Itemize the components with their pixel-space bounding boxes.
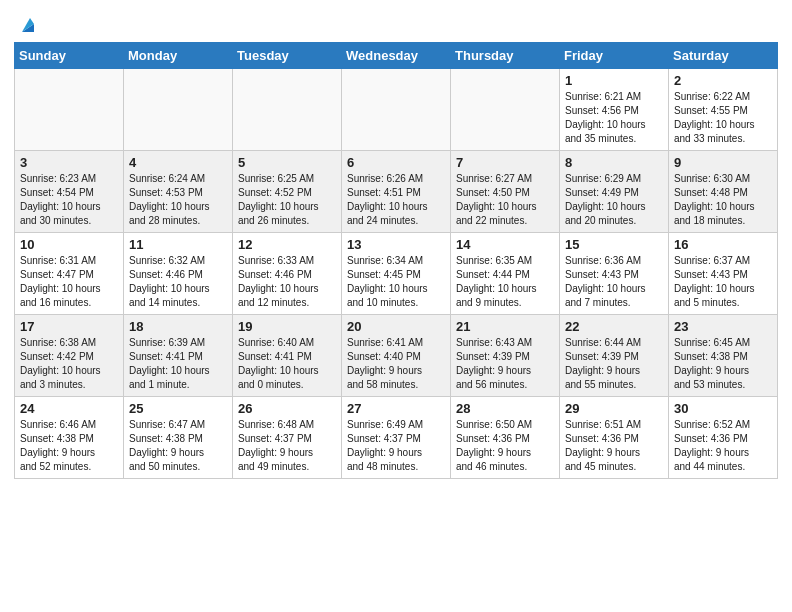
page: SundayMondayTuesdayWednesdayThursdayFrid… bbox=[0, 0, 792, 612]
calendar-dow-monday: Monday bbox=[124, 43, 233, 69]
calendar-cell: 4Sunrise: 6:24 AMSunset: 4:53 PMDaylight… bbox=[124, 151, 233, 233]
day-info: Sunrise: 6:50 AMSunset: 4:36 PMDaylight:… bbox=[456, 418, 554, 474]
day-number: 19 bbox=[238, 319, 336, 334]
day-number: 12 bbox=[238, 237, 336, 252]
calendar-dow-thursday: Thursday bbox=[451, 43, 560, 69]
calendar-cell: 22Sunrise: 6:44 AMSunset: 4:39 PMDayligh… bbox=[560, 315, 669, 397]
day-number: 10 bbox=[20, 237, 118, 252]
calendar-cell: 19Sunrise: 6:40 AMSunset: 4:41 PMDayligh… bbox=[233, 315, 342, 397]
calendar-header-row: SundayMondayTuesdayWednesdayThursdayFrid… bbox=[15, 43, 778, 69]
calendar-cell: 5Sunrise: 6:25 AMSunset: 4:52 PMDaylight… bbox=[233, 151, 342, 233]
logo bbox=[14, 14, 38, 36]
calendar-cell: 15Sunrise: 6:36 AMSunset: 4:43 PMDayligh… bbox=[560, 233, 669, 315]
day-info: Sunrise: 6:30 AMSunset: 4:48 PMDaylight:… bbox=[674, 172, 772, 228]
calendar-cell: 9Sunrise: 6:30 AMSunset: 4:48 PMDaylight… bbox=[669, 151, 778, 233]
calendar-cell bbox=[15, 69, 124, 151]
day-number: 27 bbox=[347, 401, 445, 416]
day-number: 7 bbox=[456, 155, 554, 170]
day-info: Sunrise: 6:38 AMSunset: 4:42 PMDaylight:… bbox=[20, 336, 118, 392]
day-number: 28 bbox=[456, 401, 554, 416]
day-info: Sunrise: 6:36 AMSunset: 4:43 PMDaylight:… bbox=[565, 254, 663, 310]
calendar-cell: 30Sunrise: 6:52 AMSunset: 4:36 PMDayligh… bbox=[669, 397, 778, 479]
day-number: 22 bbox=[565, 319, 663, 334]
day-info: Sunrise: 6:31 AMSunset: 4:47 PMDaylight:… bbox=[20, 254, 118, 310]
day-number: 20 bbox=[347, 319, 445, 334]
day-number: 1 bbox=[565, 73, 663, 88]
day-info: Sunrise: 6:37 AMSunset: 4:43 PMDaylight:… bbox=[674, 254, 772, 310]
day-number: 15 bbox=[565, 237, 663, 252]
day-info: Sunrise: 6:25 AMSunset: 4:52 PMDaylight:… bbox=[238, 172, 336, 228]
day-number: 21 bbox=[456, 319, 554, 334]
calendar-cell: 8Sunrise: 6:29 AMSunset: 4:49 PMDaylight… bbox=[560, 151, 669, 233]
calendar-cell: 2Sunrise: 6:22 AMSunset: 4:55 PMDaylight… bbox=[669, 69, 778, 151]
day-number: 24 bbox=[20, 401, 118, 416]
calendar-dow-friday: Friday bbox=[560, 43, 669, 69]
day-number: 2 bbox=[674, 73, 772, 88]
calendar-cell: 26Sunrise: 6:48 AMSunset: 4:37 PMDayligh… bbox=[233, 397, 342, 479]
day-info: Sunrise: 6:41 AMSunset: 4:40 PMDaylight:… bbox=[347, 336, 445, 392]
day-info: Sunrise: 6:29 AMSunset: 4:49 PMDaylight:… bbox=[565, 172, 663, 228]
day-number: 3 bbox=[20, 155, 118, 170]
day-info: Sunrise: 6:32 AMSunset: 4:46 PMDaylight:… bbox=[129, 254, 227, 310]
day-number: 11 bbox=[129, 237, 227, 252]
day-info: Sunrise: 6:24 AMSunset: 4:53 PMDaylight:… bbox=[129, 172, 227, 228]
day-info: Sunrise: 6:23 AMSunset: 4:54 PMDaylight:… bbox=[20, 172, 118, 228]
calendar-dow-sunday: Sunday bbox=[15, 43, 124, 69]
day-info: Sunrise: 6:52 AMSunset: 4:36 PMDaylight:… bbox=[674, 418, 772, 474]
calendar-cell: 23Sunrise: 6:45 AMSunset: 4:38 PMDayligh… bbox=[669, 315, 778, 397]
calendar-table: SundayMondayTuesdayWednesdayThursdayFrid… bbox=[14, 42, 778, 479]
calendar-cell: 3Sunrise: 6:23 AMSunset: 4:54 PMDaylight… bbox=[15, 151, 124, 233]
day-info: Sunrise: 6:43 AMSunset: 4:39 PMDaylight:… bbox=[456, 336, 554, 392]
calendar-cell bbox=[124, 69, 233, 151]
calendar-cell: 18Sunrise: 6:39 AMSunset: 4:41 PMDayligh… bbox=[124, 315, 233, 397]
calendar-cell: 10Sunrise: 6:31 AMSunset: 4:47 PMDayligh… bbox=[15, 233, 124, 315]
day-info: Sunrise: 6:40 AMSunset: 4:41 PMDaylight:… bbox=[238, 336, 336, 392]
day-info: Sunrise: 6:26 AMSunset: 4:51 PMDaylight:… bbox=[347, 172, 445, 228]
day-info: Sunrise: 6:22 AMSunset: 4:55 PMDaylight:… bbox=[674, 90, 772, 146]
calendar-cell: 28Sunrise: 6:50 AMSunset: 4:36 PMDayligh… bbox=[451, 397, 560, 479]
calendar-cell: 1Sunrise: 6:21 AMSunset: 4:56 PMDaylight… bbox=[560, 69, 669, 151]
day-info: Sunrise: 6:27 AMSunset: 4:50 PMDaylight:… bbox=[456, 172, 554, 228]
day-number: 18 bbox=[129, 319, 227, 334]
day-info: Sunrise: 6:48 AMSunset: 4:37 PMDaylight:… bbox=[238, 418, 336, 474]
day-info: Sunrise: 6:35 AMSunset: 4:44 PMDaylight:… bbox=[456, 254, 554, 310]
day-number: 8 bbox=[565, 155, 663, 170]
calendar-cell bbox=[342, 69, 451, 151]
calendar-dow-wednesday: Wednesday bbox=[342, 43, 451, 69]
day-number: 13 bbox=[347, 237, 445, 252]
day-number: 16 bbox=[674, 237, 772, 252]
calendar-cell: 16Sunrise: 6:37 AMSunset: 4:43 PMDayligh… bbox=[669, 233, 778, 315]
day-number: 17 bbox=[20, 319, 118, 334]
calendar-cell: 29Sunrise: 6:51 AMSunset: 4:36 PMDayligh… bbox=[560, 397, 669, 479]
calendar-week-2: 3Sunrise: 6:23 AMSunset: 4:54 PMDaylight… bbox=[15, 151, 778, 233]
calendar-week-4: 17Sunrise: 6:38 AMSunset: 4:42 PMDayligh… bbox=[15, 315, 778, 397]
day-number: 6 bbox=[347, 155, 445, 170]
day-info: Sunrise: 6:21 AMSunset: 4:56 PMDaylight:… bbox=[565, 90, 663, 146]
calendar-cell: 11Sunrise: 6:32 AMSunset: 4:46 PMDayligh… bbox=[124, 233, 233, 315]
day-info: Sunrise: 6:39 AMSunset: 4:41 PMDaylight:… bbox=[129, 336, 227, 392]
day-info: Sunrise: 6:47 AMSunset: 4:38 PMDaylight:… bbox=[129, 418, 227, 474]
calendar-cell: 12Sunrise: 6:33 AMSunset: 4:46 PMDayligh… bbox=[233, 233, 342, 315]
calendar-dow-tuesday: Tuesday bbox=[233, 43, 342, 69]
calendar-week-3: 10Sunrise: 6:31 AMSunset: 4:47 PMDayligh… bbox=[15, 233, 778, 315]
day-info: Sunrise: 6:34 AMSunset: 4:45 PMDaylight:… bbox=[347, 254, 445, 310]
calendar-cell: 21Sunrise: 6:43 AMSunset: 4:39 PMDayligh… bbox=[451, 315, 560, 397]
day-number: 4 bbox=[129, 155, 227, 170]
calendar-cell: 14Sunrise: 6:35 AMSunset: 4:44 PMDayligh… bbox=[451, 233, 560, 315]
day-info: Sunrise: 6:44 AMSunset: 4:39 PMDaylight:… bbox=[565, 336, 663, 392]
day-number: 9 bbox=[674, 155, 772, 170]
logo-icon bbox=[16, 14, 38, 36]
day-number: 30 bbox=[674, 401, 772, 416]
calendar-cell: 24Sunrise: 6:46 AMSunset: 4:38 PMDayligh… bbox=[15, 397, 124, 479]
calendar-cell bbox=[451, 69, 560, 151]
day-info: Sunrise: 6:33 AMSunset: 4:46 PMDaylight:… bbox=[238, 254, 336, 310]
day-number: 14 bbox=[456, 237, 554, 252]
day-info: Sunrise: 6:49 AMSunset: 4:37 PMDaylight:… bbox=[347, 418, 445, 474]
day-info: Sunrise: 6:51 AMSunset: 4:36 PMDaylight:… bbox=[565, 418, 663, 474]
calendar-dow-saturday: Saturday bbox=[669, 43, 778, 69]
calendar-cell: 27Sunrise: 6:49 AMSunset: 4:37 PMDayligh… bbox=[342, 397, 451, 479]
day-number: 23 bbox=[674, 319, 772, 334]
calendar-cell: 25Sunrise: 6:47 AMSunset: 4:38 PMDayligh… bbox=[124, 397, 233, 479]
day-info: Sunrise: 6:46 AMSunset: 4:38 PMDaylight:… bbox=[20, 418, 118, 474]
day-number: 5 bbox=[238, 155, 336, 170]
